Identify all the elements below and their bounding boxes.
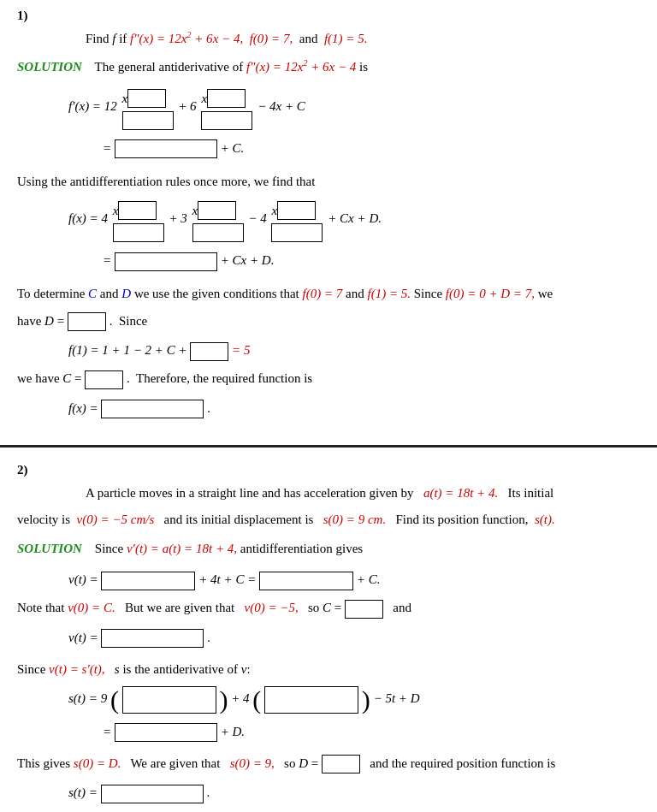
- p2-since-sprime: Since v(t) = s′(t), s is the antiderivat…: [17, 659, 640, 681]
- p2-st-simplified: = + D.: [103, 719, 640, 744]
- p1-fx-lhs: f(x) = 4: [68, 211, 108, 225]
- p1-input-c[interactable]: [85, 370, 123, 389]
- p1-solution-label: SOLUTION: [17, 60, 82, 74]
- p1-minus4x-c: − 4x + C: [257, 99, 305, 113]
- p1-eq5: = 5: [232, 343, 250, 357]
- p1-fx-term3-stack: x: [271, 198, 323, 242]
- p1-fx-term1-stack: x: [113, 198, 164, 242]
- p1-equation: f″(x) = 12x2 + 6x − 4,: [130, 32, 243, 45]
- p2-s0-9: s(0) = 9,: [230, 756, 275, 770]
- p1-fx-term3-top: x: [271, 198, 323, 223]
- p1-fx-final-line: f(x) = .: [68, 395, 640, 421]
- p2-st-final-dot: .: [206, 785, 210, 799]
- p1-fx-simplified: = + Cx + D.: [103, 247, 640, 273]
- p2-input-st1[interactable]: [122, 686, 216, 714]
- p2-antidiff-gives: antidifferentiation gives: [240, 542, 363, 555]
- p2-st-lhs: s(t) = 9: [68, 691, 107, 705]
- p1-eq-sign2: =: [103, 253, 115, 267]
- p1-fx-line: f(x) = 4 x + 3 x − 4 x + Cx + D.: [68, 198, 640, 242]
- p2-solution-intro: SOLUTION Since v′(t) = a(t) = 18t + 4, a…: [17, 538, 640, 560]
- p2-input-st-simp[interactable]: [115, 723, 217, 742]
- p1-plus-cx-d-dot: + Cx + D.: [221, 253, 275, 267]
- p2-rparen1: ): [219, 685, 228, 714]
- p2-vt-sprime: v(t) = s′(t),: [49, 662, 105, 676]
- p1-final-dot: .: [207, 401, 210, 415]
- p2-input-vt2[interactable]: [259, 572, 353, 590]
- p1-fx-input-exp1[interactable]: [118, 201, 157, 220]
- p2-s0: s(0) = 9 cm.: [323, 513, 386, 526]
- p2-input-vt-final[interactable]: [101, 629, 204, 648]
- p2-rparen2: ): [362, 685, 370, 714]
- p1-fprime-line: f′(x) = 12 x + 6 x − 4x + C: [68, 86, 640, 130]
- p2-plus-d-dot: + D.: [221, 725, 245, 738]
- p1-f1-line: f(1) = 1 + 1 − 2 + C + = 5: [68, 337, 640, 363]
- problem1-section: 1) Find f if f″(x) = 12x2 + 6x − 4, f(0)…: [0, 0, 657, 438]
- p2-note-line: Note that v(0) = C. But we are given tha…: [17, 597, 640, 619]
- p1-term1-stack: x: [122, 86, 174, 130]
- p1-cond2: f(1) = 5.: [324, 32, 368, 45]
- p1-have-d-line: have D = . Since: [17, 311, 640, 333]
- p1-fx-input-den2[interactable]: [192, 223, 244, 242]
- p2-vt-line: v(t) = + 4t + C = + C.: [68, 566, 640, 592]
- p1-general-text: The general antiderivative of: [95, 60, 246, 74]
- p2-eq-sign3: =: [103, 725, 115, 738]
- p2-input-vt1[interactable]: [101, 572, 195, 590]
- p1-input-final[interactable]: [101, 400, 204, 418]
- p1-input-f1[interactable]: [190, 342, 228, 361]
- p2-input-c[interactable]: [345, 600, 383, 619]
- p1-fx-term1-top: x: [113, 198, 164, 223]
- find-text: Find f if: [86, 32, 130, 45]
- p2-vt-dot: .: [207, 631, 210, 644]
- p1-fx-input-exp3[interactable]: [277, 201, 316, 220]
- p2-plus4: + 4: [231, 691, 249, 705]
- p1-fx-minus4: − 4: [248, 211, 266, 225]
- section-divider: [0, 445, 657, 447]
- p1-solution-intro: SOLUTION The general antiderivative of f…: [17, 56, 640, 79]
- p2-plus-c-dot: + C.: [357, 572, 381, 586]
- p2-minus5t-d: − 5t + D: [374, 691, 420, 705]
- p1-fx-input-den3[interactable]: [271, 223, 323, 242]
- p2-input-st-final[interactable]: [101, 785, 204, 803]
- p1-input-exp1[interactable]: [127, 89, 166, 108]
- p1-plus6: + 6: [178, 99, 196, 113]
- p2-st-final-line: s(t) = .: [68, 779, 640, 805]
- p1-fx-input-simplified[interactable]: [115, 252, 217, 271]
- p2-lparen1: (: [110, 685, 119, 714]
- p2-vt-lhs: v(t) =: [68, 572, 101, 586]
- p1-input-den1[interactable]: [122, 111, 174, 130]
- p2-v0-c: v(0) = C.: [68, 601, 115, 614]
- p1-fx-input-den1[interactable]: [113, 223, 164, 242]
- p1-fpp: f″(x) = 12x2 + 6x − 4: [246, 60, 356, 74]
- p1-input-exp2[interactable]: [207, 89, 246, 108]
- p1-term2-stack: x: [201, 86, 252, 130]
- p1-fx-plus3: + 3: [169, 211, 186, 225]
- p2-at-eq: a(t) = 18t + 4.: [423, 486, 498, 500]
- problem2-number: 2): [17, 463, 640, 477]
- p1-fx-term2-top: x: [192, 198, 244, 223]
- p1-input-d[interactable]: [68, 312, 106, 331]
- p2-input-st2[interactable]: [264, 686, 358, 714]
- p2-vt-final-line: v(t) = .: [68, 625, 640, 650]
- p1-term1-top: x: [122, 86, 174, 111]
- p1-fx-input-exp2[interactable]: [198, 201, 236, 220]
- p2-statement: A particle moves in a straight line and …: [86, 483, 640, 505]
- p2-vt-final-lhs: v(t) =: [68, 631, 101, 644]
- p1-is-text: is: [359, 60, 368, 74]
- p1-plus-c-dot: + C.: [221, 141, 245, 155]
- p2-v0: v(0) = −5 cm/s: [77, 513, 155, 526]
- p2-s0-d: s(0) = D.: [74, 756, 121, 770]
- p1-input-simplified[interactable]: [115, 139, 217, 158]
- p2-v0-neg5: v(0) = −5,: [245, 601, 299, 614]
- p2-num: 2): [17, 463, 28, 477]
- p2-since-text: Since: [95, 542, 127, 555]
- p1-input-den2[interactable]: [201, 111, 252, 130]
- p1-antidiff-text: Using the antidifferentiation rules once…: [17, 171, 640, 193]
- p2-gives-line: This gives s(0) = D. We are given that s…: [17, 753, 640, 775]
- problem1-statement: Find f if f″(x) = 12x2 + 6x − 4, f(0) = …: [86, 28, 640, 49]
- p2-st-final-lhs: s(t) =: [68, 785, 101, 799]
- p1-eq-sign1: =: [103, 141, 115, 155]
- p2-input-d[interactable]: [322, 755, 360, 773]
- problem1-number: 1): [17, 9, 640, 23]
- p1-fx-cx-d: + Cx + D.: [328, 211, 382, 225]
- p2-vt-eq: v′(t) = a(t) = 18t + 4,: [127, 542, 237, 555]
